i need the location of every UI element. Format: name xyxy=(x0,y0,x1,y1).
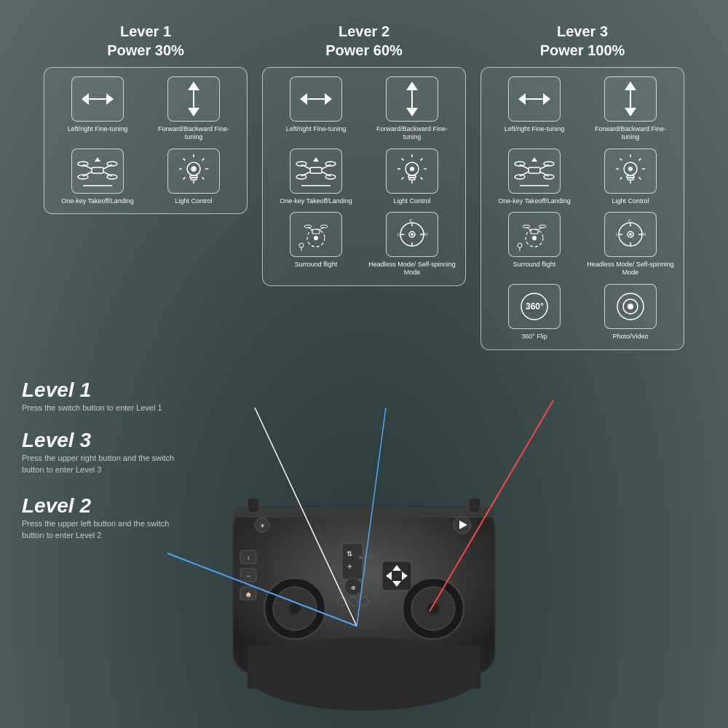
lever-2-extra-icons: Surround flight xyxy=(272,212,456,277)
lr-arrows-icon-3 xyxy=(515,86,553,112)
svg-point-73 xyxy=(411,233,414,236)
lr-fine-tuning-2: Left/right Fine-tuning xyxy=(272,76,360,141)
svg-line-55 xyxy=(402,177,404,179)
flip-label-3: 360° Flip xyxy=(521,333,547,341)
main-container: Lever 1 Power 30% Left/right xyxy=(0,0,728,728)
light-control-3: Light Control xyxy=(586,149,675,205)
lever-3-extra-row1: Surround flight xyxy=(490,212,675,277)
svg-point-64 xyxy=(314,236,318,240)
lever-2-box: Left/right Fine-tuning Forward/Backward … xyxy=(262,67,466,286)
ud-label-1: Forward/Backward Fine-tuning xyxy=(149,125,238,141)
svg-text:F: F xyxy=(410,218,413,223)
lever-3-box: Left/right Fine-tuning Forward/Backward … xyxy=(480,67,684,350)
light-icon-2 xyxy=(394,153,430,189)
light-icon-box-3 xyxy=(604,149,657,194)
surround-icon-2 xyxy=(294,216,338,253)
headless-mode-2: F L R Headless Mode/ Self-spinning Mode xyxy=(368,212,456,277)
level-labels: Level 1 Press the switch button to enter… xyxy=(22,379,182,542)
svg-point-121 xyxy=(629,233,632,236)
ud-fine-tuning-3: Forward/Backward Fine-tuning xyxy=(586,76,675,141)
level-1-description: Press the switch button to enter Level 1 xyxy=(22,402,175,414)
drone-icon-box-2 xyxy=(290,149,342,194)
photo-icon-box-3 xyxy=(604,284,657,329)
svg-point-18 xyxy=(191,167,196,171)
svg-point-47 xyxy=(410,167,414,171)
surround-icon-3 xyxy=(513,216,556,253)
lever-1-box: Left/right Fine-tuning Forward/Backward … xyxy=(44,67,248,214)
lever-1-icons: Left/right Fine-tuning Forward/Backward … xyxy=(53,76,238,205)
svg-marker-33 xyxy=(406,108,418,116)
svg-marker-81 xyxy=(625,108,636,116)
lever-3-panel: Lever 3 Power 100% Left/right Fine-tuni xyxy=(480,22,684,350)
lr-label-2: Left/right Fine-tuning xyxy=(286,125,347,133)
svg-point-13 xyxy=(78,175,88,179)
svg-marker-0 xyxy=(82,93,89,105)
drone-icon-box-1 xyxy=(71,149,124,194)
lever-2-panel: Lever 2 Power 60% Left/right Fine-tunin xyxy=(262,22,466,350)
svg-text:↕: ↕ xyxy=(247,555,250,561)
svg-point-113 xyxy=(518,243,522,248)
svg-marker-4 xyxy=(188,108,199,116)
lr-icon-box-1 xyxy=(71,76,124,122)
level-2-label: Level 2 Press the upper left button and … xyxy=(22,494,182,542)
svg-line-26 xyxy=(183,177,186,179)
svg-marker-78 xyxy=(543,93,550,105)
svg-line-100 xyxy=(620,158,622,160)
svg-rect-136 xyxy=(248,645,480,689)
svg-marker-93 xyxy=(531,157,537,162)
surround-label-2: Surround flight xyxy=(295,261,338,269)
lever-3-extra-row2: 360° 360° Flip Phot xyxy=(490,284,675,341)
drone-takeoff-1: One-key Takeoff/Landing xyxy=(53,149,142,205)
headless-icon-box-3: F L R xyxy=(604,212,657,257)
svg-point-141 xyxy=(289,603,301,614)
svg-point-43 xyxy=(325,175,336,179)
svg-point-14 xyxy=(107,175,117,179)
svg-line-25 xyxy=(202,158,205,160)
svg-text:⊕: ⊕ xyxy=(351,585,356,591)
svg-line-101 xyxy=(639,177,641,179)
svg-point-95 xyxy=(628,167,633,171)
svg-marker-80 xyxy=(625,82,636,90)
drone-takeoff-3: One-key Takeoff/Landing xyxy=(490,149,579,205)
lr-arrows-icon-1 xyxy=(79,86,116,112)
svg-text:⇅: ⇅ xyxy=(347,550,352,558)
svg-line-23 xyxy=(183,158,186,160)
flip-icon-box-3: 360° xyxy=(508,284,561,329)
ud-fine-tuning-2: Forward/Backward Fine-tuning xyxy=(368,76,456,141)
light-icon-1 xyxy=(175,153,212,189)
light-icon-3 xyxy=(612,153,649,189)
surround-icon-box-3 xyxy=(508,212,561,257)
lr-icon-box-2 xyxy=(290,76,342,122)
lever-1-title: Lever 1 Power 30% xyxy=(44,22,248,60)
flip360-3: 360° 360° Flip xyxy=(490,284,579,341)
svg-point-11 xyxy=(78,162,88,166)
level-3-heading: Level 3 xyxy=(22,429,182,452)
lr-fine-tuning-1: Left/right Fine-tuning xyxy=(53,76,142,141)
lever-2-top-icons: Left/right Fine-tuning Forward/Backward … xyxy=(272,76,456,205)
svg-point-157 xyxy=(364,556,368,560)
ud-fine-tuning-1: Forward/Backward Fine-tuning xyxy=(149,76,238,141)
ud-arrows-icon-2 xyxy=(399,80,425,118)
svg-line-53 xyxy=(421,177,423,179)
headless-icon-3: F L R xyxy=(609,216,652,253)
flip-icon-3: 360° xyxy=(513,288,556,325)
lever-1-panel: Lever 1 Power 30% Left/right xyxy=(44,22,248,350)
drone-takeoff-2: One-key Takeoff/Landing xyxy=(272,149,360,205)
svg-rect-28 xyxy=(191,178,197,180)
surround-flight-2: Surround flight xyxy=(272,212,360,277)
svg-point-156 xyxy=(359,556,363,560)
headless-mode-3: F L R Headless Mode/ Self-spinning Mode xyxy=(586,212,675,277)
svg-point-158 xyxy=(369,556,373,560)
svg-point-129 xyxy=(628,304,633,309)
svg-point-12 xyxy=(107,162,117,166)
svg-marker-16 xyxy=(95,157,100,162)
svg-rect-57 xyxy=(409,178,415,180)
drone-label-2: One-key Takeoff/Landing xyxy=(280,197,352,205)
photo-icon-3 xyxy=(609,288,652,325)
light-label-2: Light Control xyxy=(393,197,430,205)
ud-icon-box-2 xyxy=(386,76,438,122)
lr-fine-tuning-3: Left/right Fine-tuning xyxy=(490,76,579,141)
light-icon-box-2 xyxy=(386,149,438,194)
svg-marker-32 xyxy=(406,82,418,90)
svg-point-173 xyxy=(360,597,368,606)
